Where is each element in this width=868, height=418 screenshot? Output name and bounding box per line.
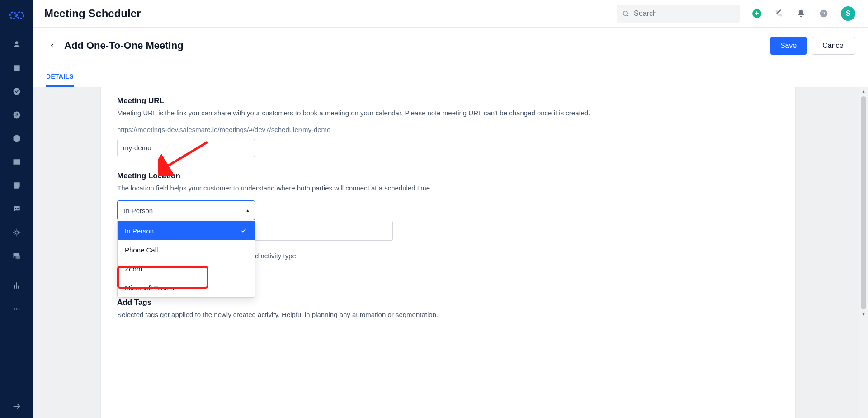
nav-tasks[interactable] <box>0 80 33 103</box>
chevron-left-icon <box>49 41 56 51</box>
nav-messages[interactable] <box>0 244 33 268</box>
svg-point-7 <box>18 208 19 209</box>
location-option-label: Microsoft Teams <box>125 284 174 292</box>
nav-contacts[interactable] <box>0 33 33 56</box>
location-option-zoom[interactable]: Zoom <box>118 259 255 278</box>
svg-point-6 <box>17 208 18 209</box>
check-icon <box>240 227 247 234</box>
nav-automation[interactable] <box>0 221 33 244</box>
location-option-label: Phone Call <box>125 246 158 254</box>
caret-up-icon: ▴ <box>246 207 249 214</box>
topbar-actions: + ? S <box>752 6 855 21</box>
scrollbar-thumb[interactable] <box>861 96 866 309</box>
nav-forward[interactable] <box>0 394 33 418</box>
nav-reports[interactable] <box>0 274 33 297</box>
nav-products[interactable] <box>0 127 33 150</box>
location-option-label: In Person <box>125 227 154 235</box>
meeting-location-title: Meeting Location <box>117 171 779 180</box>
search-icon <box>622 10 629 18</box>
meeting-url-slug-input[interactable] <box>117 139 255 157</box>
meeting-location-select[interactable]: In Person ▴ <box>117 200 255 220</box>
svg-point-0 <box>10 12 16 19</box>
location-option-label: Zoom <box>125 265 142 273</box>
meeting-url-title: Meeting URL <box>117 96 779 105</box>
meeting-url-desc: Meeting URL is the link you can share wi… <box>117 108 779 119</box>
tab-details[interactable]: DETAILS <box>46 73 74 87</box>
scroll-up-icon: ▴ <box>862 87 865 95</box>
nav-companies[interactable] <box>0 56 33 80</box>
app-logo[interactable] <box>8 6 26 24</box>
add-button[interactable]: + <box>752 9 761 18</box>
svg-point-10 <box>16 308 17 309</box>
back-button[interactable] <box>46 39 59 52</box>
svg-point-12 <box>623 11 627 15</box>
activity-type-desc-fragment: d activity type. <box>255 252 298 260</box>
help-icon[interactable]: ? <box>818 8 829 19</box>
svg-text:?: ? <box>822 11 825 16</box>
meeting-location-details-input[interactable] <box>255 221 393 241</box>
page-title: Add One-To-One Meeting <box>64 40 184 52</box>
location-option-phone-call[interactable]: Phone Call <box>118 240 255 259</box>
meeting-location-desc: The location field helps your customer t… <box>117 183 779 194</box>
scrollbar[interactable]: ▴ ▾ <box>859 87 868 418</box>
svg-point-8 <box>15 231 18 234</box>
location-option-in-person[interactable]: In Person <box>118 221 255 240</box>
meeting-url-preview: https://meetings-dev.salesmate.io/meetin… <box>117 126 779 133</box>
svg-point-5 <box>15 208 16 209</box>
form-panel: Meeting URL Meeting URL is the link you … <box>100 87 796 418</box>
add-tags-desc: Selected tags get applied to the newly c… <box>117 310 779 320</box>
search-box[interactable] <box>617 5 740 23</box>
svg-point-1 <box>17 12 24 19</box>
dial-icon[interactable] <box>773 8 784 19</box>
form-body: Meeting URL Meeting URL is the link you … <box>33 87 868 418</box>
svg-point-9 <box>14 308 15 309</box>
meeting-location-dropdown: In Person Phone Call Zoom Microsoft Team… <box>117 221 255 298</box>
save-button[interactable]: Save <box>770 37 807 55</box>
scroll-down-icon: ▾ <box>862 310 865 318</box>
nav-deals[interactable]: $ <box>0 103 33 127</box>
cancel-button[interactable]: Cancel <box>812 37 855 55</box>
page-header: Add One-To-One Meeting Save Cancel <box>33 28 868 64</box>
nav-email[interactable] <box>0 150 33 174</box>
rail-divider <box>8 271 26 271</box>
svg-point-11 <box>18 308 19 309</box>
svg-point-2 <box>14 88 20 95</box>
nav-chat[interactable] <box>0 197 33 221</box>
content-area: Add One-To-One Meeting Save Cancel DETAI… <box>33 28 868 418</box>
search-input[interactable] <box>634 10 734 18</box>
user-avatar[interactable]: S <box>841 6 855 21</box>
location-option-microsoft-teams[interactable]: Microsoft Teams <box>118 278 255 297</box>
app-title: Meeting Scheduler <box>44 7 141 20</box>
topbar: Meeting Scheduler + ? S <box>33 0 868 28</box>
nav-inbox[interactable] <box>0 174 33 197</box>
add-tags-title: Add Tags <box>117 298 779 307</box>
meeting-location-selected: In Person <box>124 207 153 214</box>
bell-icon[interactable] <box>796 8 807 19</box>
svg-text:$: $ <box>15 112 18 117</box>
left-nav-rail: $ <box>0 0 33 418</box>
tabs: DETAILS <box>33 64 868 87</box>
nav-more[interactable] <box>0 297 33 321</box>
